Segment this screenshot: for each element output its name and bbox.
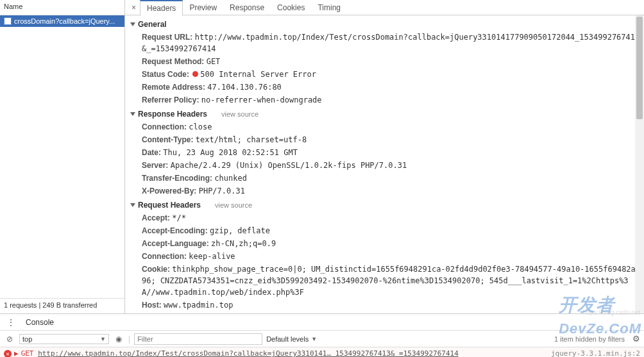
filter-input[interactable] [134,333,262,345]
chevron-down-icon: ▼ [100,336,106,342]
request-item-label: crossDomain?callback=jQuery... [14,17,115,25]
error-method: GET [21,349,34,357]
header-value: GET [207,57,221,66]
header-row: Referrer Policy: no-referrer-when-downgr… [128,94,644,106]
tab-preview[interactable]: Preview [183,1,223,15]
context-selector[interactable]: top ▼ [19,334,109,344]
section-title: General [138,20,167,29]
header-value: no-referrer-when-downgrade [201,95,322,104]
header-row: Remote Address: 47.104.130.76:80 [128,81,644,94]
header-key: Cookie: [142,265,172,274]
header-value: www.tpadmin.top [164,301,233,310]
header-key: X-Powered-By: [142,187,199,195]
header-key: Connection: [142,252,189,261]
tab-headers[interactable]: Headers [140,0,183,16]
hidden-count[interactable]: 1 item hidden by filters [554,335,625,343]
details-tabs: × Headers Preview Response Cookies Timin… [125,0,644,15]
header-value: Apache/2.4.29 (Unix) OpenSSL/1.0.2k-fips… [171,161,407,170]
console-filter-bar: ⊘ top ▼ ◉ | Default levels ▼ 1 item hidd… [0,331,644,347]
scrollbar[interactable] [635,15,644,313]
console-drawer-bar: ⋮ Console [0,314,644,331]
header-row: Host: www.tpadmin.top [128,299,644,311]
header-row: Date: Thu, 23 Aug 2018 02:52:51 GMT [128,146,644,159]
header-value: keep-alive [189,252,235,261]
view-source-link[interactable]: view source [221,110,258,118]
request-list: crossDomain?callback=jQuery... [0,15,124,298]
header-key: Referrer Policy: [142,95,201,104]
network-requests-panel: Name crossDomain?callback=jQuery... 1 re… [0,0,125,313]
log-levels-selector[interactable]: Default levels ▼ [266,335,317,343]
header-key: Transfer-Encoding: [142,174,214,183]
context-value: top [22,335,32,343]
close-details-button[interactable]: × [128,2,140,13]
tab-response[interactable]: Response [223,1,271,15]
header-row: Accept-Encoding: gzip, deflate [128,224,644,237]
clear-console-icon[interactable]: ⊘ [4,335,15,344]
requests-summary: 1 requests | 249 B transferred [0,298,124,313]
scrollbar-thumb[interactable] [636,17,643,119]
header-row: Connection: keep-alive [128,250,644,263]
error-url: http://www.tpadmin.top/Index/Test/crossD… [38,349,459,357]
chevron-down-icon [130,112,135,116]
console-error-row[interactable]: ✕ ▶ GET http://www.tpadmin.top/Index/Tes… [0,347,644,357]
request-details-panel: × Headers Preview Response Cookies Timin… [125,0,644,313]
header-key: Content-Type: [142,135,196,144]
levels-label: Default levels [266,335,309,343]
section-general-header[interactable]: General [128,17,644,31]
header-key: Host: [142,301,164,310]
header-value: gzip, deflate [210,226,270,235]
section-response-headers-header[interactable]: Response Headers view source [128,106,644,120]
header-value: 500 Internal Server Error [200,70,316,79]
header-row: Transfer-Encoding: chunked [128,172,644,185]
tab-cookies[interactable]: Cookies [271,1,311,15]
header-key: Connection: [142,122,189,131]
error-source-link[interactable]: jquery-3.3.1.min.js:2 [551,349,640,357]
divider: | [128,335,130,344]
header-value: Thu, 23 Aug 2018 02:52:51 GMT [163,148,298,157]
status-dot-icon [192,71,198,77]
header-row: Request Method: GET [128,55,644,68]
chevron-down-icon [130,22,135,26]
header-row: Content-Type: text/html; charset=utf-8 [128,133,644,146]
header-row: Cookie: thinkphp_show_page_trace=0|0; UM… [128,263,644,299]
header-row: Connection: close [128,120,644,133]
header-value: text/html; charset=utf-8 [196,135,307,144]
header-row: X-Powered-By: PHP/7.0.31 [128,185,644,197]
header-key: Accept-Language: [142,239,211,248]
header-value: http://www.tpadmin.top/Index/Test/crossD… [142,33,640,53]
header-value: close [189,122,212,131]
drawer-menu-icon[interactable]: ⋮ [4,317,18,328]
console-tab[interactable]: Console [23,318,56,327]
header-key: Status Code: [142,70,191,79]
header-key: Request Method: [142,57,207,66]
header-value: 47.104.130.76:80 [207,83,282,92]
header-value: PHP/7.0.31 [199,187,245,195]
header-value: thinkphp_show_page_trace=0|0; UM_distinc… [142,265,640,297]
error-expand-icon[interactable]: ▶ [14,349,19,357]
header-row: Status Code: 500 Internal Server Error [128,68,644,81]
header-key: Remote Address: [142,83,207,92]
eye-icon[interactable]: ◉ [113,335,124,344]
gear-icon[interactable]: ⚙ [632,334,640,344]
file-icon [4,17,12,25]
section-title: Request Headers [138,201,201,210]
view-source-link[interactable]: view source [215,201,252,209]
chevron-down-icon: ▼ [311,336,317,342]
header-key: Server: [142,161,171,170]
section-request-headers-header[interactable]: Request Headers view source [128,197,644,212]
header-row: Accept-Language: zh-CN,zh;q=0.9 [128,237,644,250]
headers-content: General Request URL: http://www.tpadmin.… [125,15,644,313]
header-row: Server: Apache/2.4.29 (Unix) OpenSSL/1.0… [128,159,644,172]
header-value: zh-CN,zh;q=0.9 [211,239,276,248]
header-row: Request URL: http://www.tpadmin.top/Inde… [128,31,644,55]
request-item-crossdomain[interactable]: crossDomain?callback=jQuery... [0,15,124,27]
header-key: Accept: [142,213,172,222]
tab-timing[interactable]: Timing [311,1,347,15]
header-key: Accept-Encoding: [142,226,210,235]
name-column-header[interactable]: Name [0,0,124,15]
header-row: Referer: http://127.0.0.1/tmp/CrossDomai… [128,311,644,313]
header-value: */* [172,213,186,222]
section-title: Response Headers [138,110,207,119]
header-value: chunked [214,174,247,183]
header-key: Date: [142,148,163,157]
